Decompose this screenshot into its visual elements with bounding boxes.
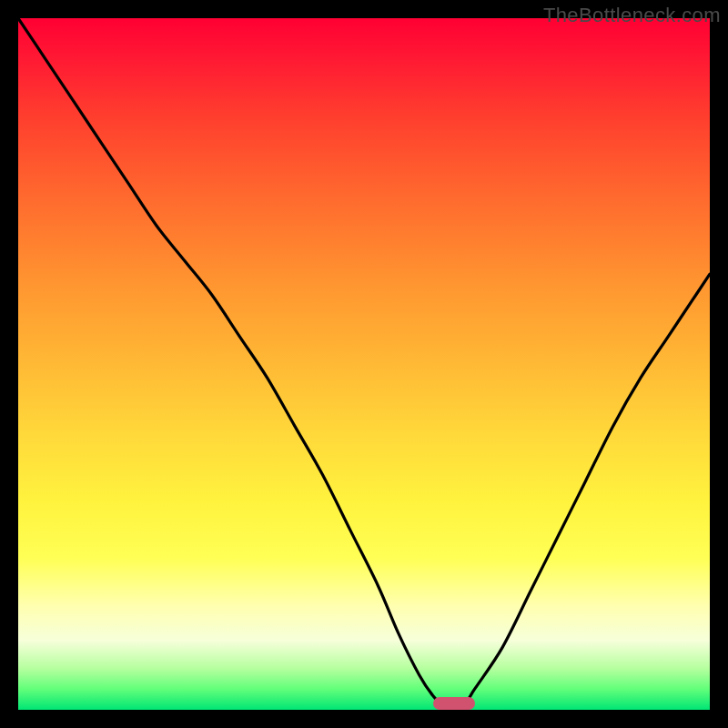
bottleneck-curve — [18, 18, 710, 710]
watermark-text: TheBottleneck.com — [543, 4, 721, 27]
optimal-range-marker — [433, 697, 475, 710]
plot-area — [18, 18, 710, 710]
chart-frame: TheBottleneck.com — [0, 0, 728, 728]
